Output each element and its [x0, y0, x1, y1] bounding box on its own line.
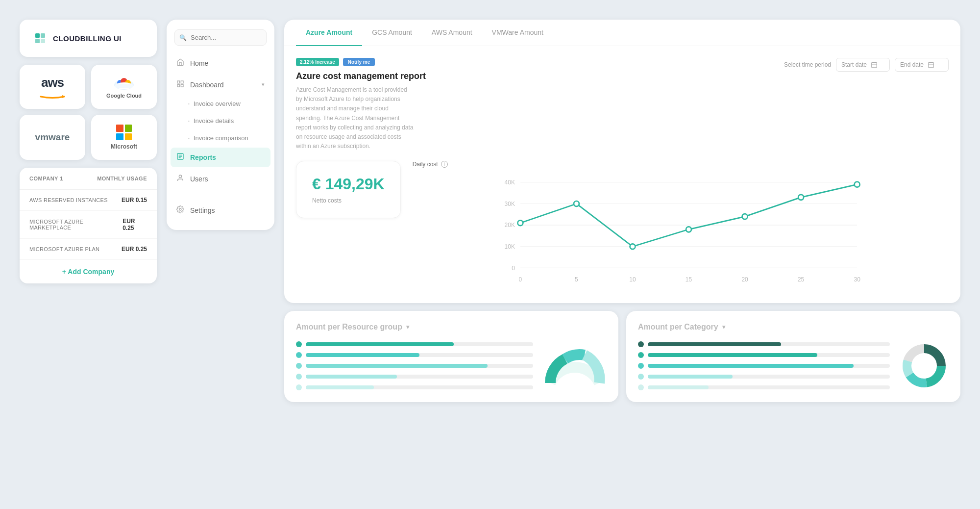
google-cloud-icon [112, 75, 136, 91]
line-chart-svg: 40K 30K 20K 10K 0 0 5 10 15 20 25 [413, 172, 949, 289]
tab-aws[interactable]: AWS Amount [422, 20, 482, 46]
sub-dot-icon: • [188, 119, 190, 123]
svg-text:10: 10 [629, 276, 636, 283]
legend-dot [638, 352, 644, 358]
usage-header: MONTHLY USAGE [97, 176, 147, 181]
list-item [296, 341, 533, 347]
cloud-providers-grid: aws [20, 65, 157, 160]
legend-bar-container [648, 385, 890, 389]
vmware-logo-card[interactable]: vmware [20, 115, 85, 160]
company-name-header: COMPANY 1 [29, 176, 63, 181]
list-item [296, 363, 533, 369]
legend-dot [638, 374, 644, 380]
table-row: AWS RESERVED INSTANCES EUR 0.15 [20, 190, 157, 211]
legend-bar [648, 385, 709, 389]
svg-text:10K: 10K [504, 243, 514, 250]
tab-vmware[interactable]: VMWare Amount [482, 20, 553, 46]
svg-rect-23 [872, 62, 877, 67]
list-item [638, 363, 890, 369]
microsoft-logo-icon [116, 125, 132, 140]
sidebar-sub-label-invoice-comparison: Invoice comparison [194, 134, 248, 142]
chart-point [798, 195, 804, 200]
legend-bar [648, 375, 733, 379]
sidebar: 🔍 Home Dashboard ▾ • [167, 20, 274, 230]
legend-dot [296, 374, 302, 380]
resource-group-legend [296, 341, 533, 390]
sidebar-sub-label-invoice-details: Invoice details [194, 117, 234, 125]
legend-bar [306, 385, 374, 389]
aws-logo-card[interactable]: aws [20, 65, 85, 109]
sidebar-item-settings[interactable]: Settings [167, 201, 274, 220]
sidebar-item-label-reports: Reports [190, 153, 216, 161]
svg-text:20K: 20K [504, 222, 514, 229]
time-period-selector: Select time period Start date End d [784, 58, 949, 72]
sidebar-item-label-users: Users [190, 175, 208, 183]
sidebar-item-label-dashboard: Dashboard [190, 81, 224, 89]
legend-bar [648, 342, 781, 346]
tab-gcs[interactable]: GCS Amount [362, 20, 422, 46]
svg-rect-0 [35, 33, 40, 38]
line-chart-container: Daily cost i 40K 30K [413, 161, 949, 291]
category-legend [638, 341, 890, 390]
netto-amount: € 149,29K [312, 175, 385, 193]
tab-azure[interactable]: Azure Amount [296, 20, 362, 46]
category-card: Amount per Category ▾ [626, 311, 960, 402]
report-card: Azure Amount GCS Amount AWS Amount VMWar… [284, 20, 960, 303]
microsoft-logo-card[interactable]: Microsoft [91, 115, 157, 160]
report-description: Azure Cost Management is a tool provided… [296, 85, 414, 151]
sub-dot-icon: • [188, 102, 190, 106]
list-item [296, 352, 533, 358]
legend-dot [638, 363, 644, 369]
sidebar-item-invoice-comparison[interactable]: • Invoice comparison [167, 130, 274, 146]
svg-text:25: 25 [798, 276, 805, 283]
info-icon[interactable]: i [441, 161, 448, 168]
start-date-input[interactable]: Start date [836, 58, 890, 72]
search-box[interactable]: 🔍 [174, 29, 267, 46]
chart-area: € 149,29K Netto costs Daily cost i [296, 161, 949, 291]
svg-text:5: 5 [575, 276, 578, 283]
chevron-down-icon[interactable]: ▾ [722, 324, 725, 331]
resource-group-title: Amount per Resource group ▾ [296, 323, 607, 331]
svg-point-54 [914, 356, 934, 376]
calendar-icon [928, 61, 934, 68]
home-icon [176, 58, 184, 68]
report-top-row: 2.12% Increase Notify me Azure cost mana… [296, 58, 949, 151]
svg-text:20: 20 [741, 276, 748, 283]
google-cloud-text: Google Cloud [106, 93, 142, 99]
sidebar-item-reports[interactable]: Reports [171, 148, 270, 167]
table-row: MICROSOFT AZURE MARKETPLACE EUR 0.25 [20, 211, 157, 239]
users-icon [176, 174, 184, 184]
svg-rect-13 [177, 81, 180, 83]
tabs-row: Azure Amount GCS Amount AWS Amount VMWar… [284, 20, 960, 46]
svg-rect-1 [41, 33, 45, 38]
sub-dot-icon: • [188, 136, 190, 140]
resource-group-body [296, 341, 607, 390]
sidebar-item-users[interactable]: Users [167, 169, 274, 189]
svg-text:15: 15 [686, 276, 692, 283]
chart-point [574, 201, 579, 206]
svg-point-22 [179, 208, 181, 210]
notify-badge[interactable]: Notify me [343, 58, 375, 66]
row-value-aws: EUR 0.15 [122, 197, 147, 204]
sidebar-item-invoice-details[interactable]: • Invoice details [167, 113, 274, 128]
svg-rect-3 [41, 39, 45, 43]
search-input[interactable] [174, 29, 267, 46]
legend-bar-container [306, 353, 533, 357]
table-row: MICROSOFT AZURE PLAN EUR 0.25 [20, 239, 157, 260]
legend-bar [306, 353, 419, 357]
time-period-label: Select time period [784, 61, 831, 68]
calendar-icon [871, 61, 878, 68]
legend-bar [306, 375, 397, 379]
legend-dot [296, 341, 302, 347]
svg-rect-2 [35, 39, 40, 43]
add-company-button[interactable]: + Add Company [20, 260, 157, 283]
google-cloud-logo-card[interactable]: Google Cloud [91, 65, 157, 109]
end-date-input[interactable]: End date [895, 58, 949, 72]
chart-point [854, 182, 859, 187]
chevron-down-icon[interactable]: ▾ [406, 324, 409, 331]
sidebar-item-home[interactable]: Home [167, 53, 274, 73]
sidebar-item-invoice-overview[interactable]: • Invoice overview [167, 96, 274, 111]
svg-text:30: 30 [854, 276, 860, 283]
sidebar-item-dashboard[interactable]: Dashboard ▾ [167, 75, 274, 94]
category-chart [900, 341, 949, 390]
